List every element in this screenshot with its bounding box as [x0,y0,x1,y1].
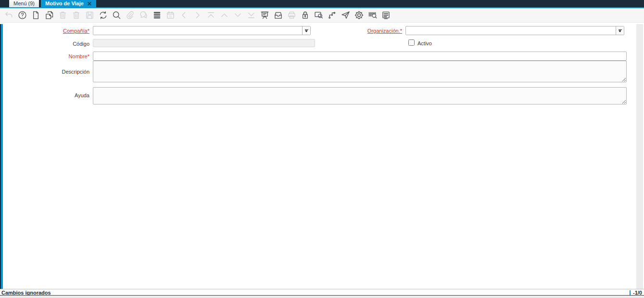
refresh-icon[interactable] [98,10,108,20]
nombre-label: Nombre* [0,53,89,60]
save-icon [85,10,95,20]
codigo-input [93,41,315,48]
compania-dropdown-button[interactable] [302,26,310,35]
codigo-field [93,39,315,47]
detail-record-icon [192,10,202,20]
chevron-down-icon [619,29,622,30]
print-icon [287,10,297,20]
status-message: Cambios ignorados [0,290,51,296]
zoom-across-icon[interactable] [314,10,324,20]
organizacion-combobox[interactable] [405,26,624,35]
workflow-icon[interactable] [327,10,337,20]
delete-selection-icon [71,10,81,20]
vertical-scrollbar[interactable] [636,24,643,289]
nombre-field[interactable] [93,52,627,61]
delete-record-icon [58,10,68,20]
svg-text:31: 31 [169,15,172,18]
codigo-label: Código [0,40,89,47]
last-record-icon [246,10,256,20]
window-bottom-edge [0,295,644,298]
activo-checkbox[interactable] [408,39,415,46]
undo-icon [4,10,14,20]
next-record-icon [233,10,243,20]
organizacion-dropdown-button[interactable] [616,26,624,35]
tab-menu-label: Menú (9) [13,0,35,7]
descripcion-label: Descripción [0,68,89,75]
organizacion-label[interactable]: Organización.* [337,27,402,34]
copy-record-icon[interactable] [44,10,54,20]
form-content: Compañía* Organización.* Código Activo N… [0,23,644,289]
calendar-icon: 31 [165,10,176,20]
first-record-icon [206,10,216,20]
ayuda-label: Ayuda [0,92,89,99]
organizacion-input[interactable] [406,26,616,35]
nombre-input[interactable] [93,53,626,61]
compania-input[interactable] [93,26,302,35]
find-icon[interactable] [112,10,122,20]
tab-motivo-label: Motivo de Viaje [45,0,84,7]
status-bar: Cambios ignorados -1/0 [0,289,644,296]
grid-toggle-icon[interactable] [152,10,162,20]
descripcion-textarea[interactable] [93,61,627,82]
tab-motivo-de-viaje[interactable]: Motivo de Viaje ✕ [41,0,96,7]
toolbar: 31 [0,8,644,23]
archive-icon[interactable] [273,10,283,20]
chat-icon [139,10,149,20]
ayuda-textarea[interactable] [93,87,627,104]
help-icon[interactable] [17,10,27,20]
status-separator [630,290,631,295]
compania-label[interactable]: Compañía* [0,27,89,34]
close-icon[interactable]: ✕ [87,1,92,7]
activo-label: Activo [417,40,432,47]
send-icon[interactable] [341,10,351,20]
preferences-icon[interactable] [354,10,364,20]
new-record-icon[interactable] [31,10,41,20]
previous-record-icon [219,10,229,20]
tab-bar: Menú (9) Motivo de Viaje ✕ [0,0,644,7]
chevron-down-icon [305,29,308,30]
compania-combobox[interactable] [93,26,311,35]
log-icon[interactable] [381,10,391,20]
report-icon[interactable] [260,10,270,20]
product-info-icon[interactable] [367,10,378,20]
left-accent-strip [0,24,3,289]
tab-menu[interactable]: Menú (9) [9,0,39,7]
lock-icon[interactable] [300,10,310,20]
record-indicator: -1/0 [633,290,642,296]
attachment-icon [125,10,135,20]
parent-record-icon [179,10,189,20]
